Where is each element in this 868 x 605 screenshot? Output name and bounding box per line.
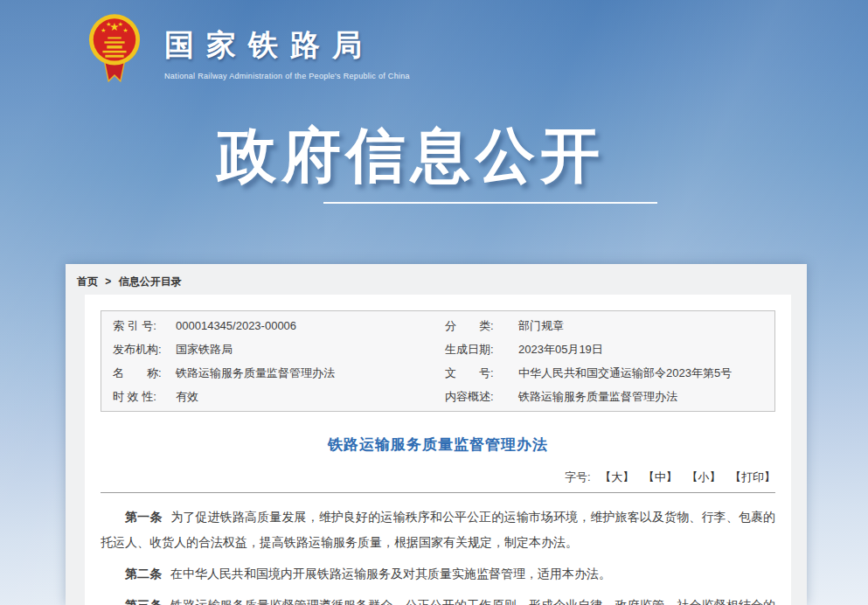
brand-text: 国家铁路局 National Railway Administration of… [164,11,410,80]
meta-label: 分 类: [445,318,518,334]
breadcrumb-home-link[interactable]: 首页 [77,275,98,288]
article-text: 铁路运输服务质量监督管理遵循服务群众、公正公开的工作原则，形成企业自律、政府监管… [101,598,775,605]
article-text: 为了促进铁路高质量发展，维护良好的运输秩序和公平公正的运输市场环境，维护旅客以及… [101,510,775,549]
meta-label: 索 引 号: [113,318,176,334]
meta-row-agency: 发布机构: 国家铁路局 生成日期: 2023年05月19日 [101,337,774,361]
meta-label: 名 称: [113,365,176,381]
svg-text:★: ★ [123,27,128,34]
paragraph-article-1: 第一条为了促进铁路高质量发展，维护良好的运输秩序和公平公正的运输市场环境，维护旅… [101,504,775,555]
font-large-button[interactable]: 【大】 [600,470,634,483]
meta-value: 2023年05月19日 [518,342,603,358]
meta-label: 内容概述: [445,389,518,405]
document-container: 索 引 号: 000014345/2023-00006 分 类: 部门规章 发布… [85,295,791,605]
banner-title: 政府信息公开 [131,116,691,196]
meta-label: 文 号: [445,365,518,381]
meta-cell-index-number: 索 引 号: 000014345/2023-00006 [101,318,438,334]
content-panel: 首页 > 信息公开目录 索 引 号: 000014345/2023-00006 … [66,264,807,605]
breadcrumb-current-link[interactable]: 信息公开目录 [119,275,182,288]
meta-cell-document-number: 文 号: 中华人民共和国交通运输部令2023年第5号 [438,365,774,381]
banner-underline [323,202,657,204]
paragraph-article-3: 第三条铁路运输服务质量监督管理遵循服务群众、公正公开的工作原则，形成企业自律、政… [101,593,775,605]
paragraph-article-2: 第二条在中华人民共和国境内开展铁路运输服务及对其质量实施监督管理，适用本办法。 [101,561,775,587]
agency-name-en: National Railway Administration of the P… [164,72,410,80]
font-small-button[interactable]: 【小】 [686,470,720,483]
meta-value: 000014345/2023-00006 [176,319,296,332]
meta-table: 索 引 号: 000014345/2023-00006 分 类: 部门规章 发布… [101,310,775,412]
font-size-label: 字号: [565,470,591,483]
agency-name[interactable]: 国家铁路局 [164,25,410,66]
font-medium-button[interactable]: 【中】 [643,470,677,483]
document-title: 铁路运输服务质量监督管理办法 [85,435,791,455]
article-number: 第三条 [125,598,162,605]
meta-value: 中华人民共和国交通运输部令2023年第5号 [518,365,732,381]
site-brand: ★ ★ ★ ★ ★ 国家铁路局 National Railway Adminis… [87,11,410,87]
article-number: 第二条 [125,567,162,581]
svg-text:★: ★ [106,21,111,28]
font-controls: 字号: 【大】 【中】 【小】 【打印】 [85,469,791,485]
article-text: 在中华人民共和国境内开展铁路运输服务及对其质量实施监督管理，适用本办法。 [170,567,611,581]
meta-row-index: 索 引 号: 000014345/2023-00006 分 类: 部门规章 [101,314,774,337]
meta-cell-category: 分 类: 部门规章 [438,318,774,334]
national-emblem-icon: ★ ★ ★ ★ ★ [87,11,142,87]
meta-value: 有效 [176,389,198,405]
meta-cell-validity: 时 效 性: 有效 [101,389,438,405]
meta-cell-summary: 内容概述: 铁路运输服务质量监督管理办法 [438,389,774,405]
page: ★ ★ ★ ★ ★ 国家铁路局 National Railway Adminis… [0,0,868,605]
document-body: 第一条为了促进铁路高质量发展，维护良好的运输秩序和公平公正的运输市场环境，维护旅… [85,493,791,605]
meta-label: 生成日期: [445,342,518,358]
meta-cell-issue-date: 生成日期: 2023年05月19日 [438,342,774,358]
meta-label: 发布机构: [113,342,176,358]
breadcrumb: 首页 > 信息公开目录 [66,264,807,289]
meta-value: 国家铁路局 [176,342,233,358]
meta-row-validity: 时 效 性: 有效 内容概述: 铁路运输服务质量监督管理办法 [101,385,774,408]
meta-value: 铁路运输服务质量监督管理办法 [176,365,335,381]
meta-value: 铁路运输服务质量监督管理办法 [518,389,677,405]
print-button[interactable]: 【打印】 [730,470,775,483]
meta-value: 部门规章 [518,318,564,334]
article-number: 第一条 [125,510,162,524]
meta-cell-document-name: 名 称: 铁路运输服务质量监督管理办法 [101,365,438,381]
meta-row-title: 名 称: 铁路运输服务质量监督管理办法 文 号: 中华人民共和国交通运输部令20… [101,361,774,385]
breadcrumb-separator: > [105,275,111,288]
meta-label: 时 效 性: [113,389,176,405]
meta-cell-issuing-agency: 发布机构: 国家铁路局 [101,342,438,358]
